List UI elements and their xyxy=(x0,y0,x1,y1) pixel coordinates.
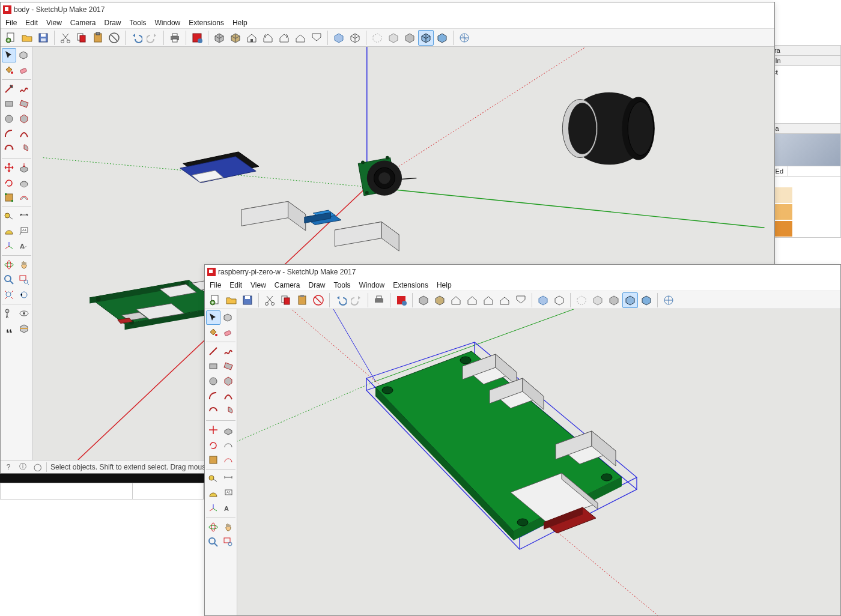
menu-extensions[interactable]: Extensions xyxy=(189,19,224,27)
dimension-tool-icon[interactable] xyxy=(221,471,235,486)
home-icon[interactable] xyxy=(448,292,464,308)
text-tool-icon[interactable]: A1 xyxy=(17,224,31,238)
paint-bucket-icon[interactable] xyxy=(206,325,220,340)
save-icon[interactable] xyxy=(35,30,51,46)
polygon-tool-icon[interactable] xyxy=(221,374,235,388)
pushpull-icon[interactable] xyxy=(221,423,235,437)
xray-icon[interactable] xyxy=(331,30,347,46)
zoom-icon[interactable] xyxy=(206,535,220,549)
pie-tool-icon[interactable] xyxy=(221,404,235,418)
rotated-rect-icon[interactable] xyxy=(17,97,31,111)
protractor-icon[interactable] xyxy=(2,224,16,238)
2pt-arc-icon[interactable] xyxy=(17,127,31,141)
titlebar[interactable]: body - SketchUp Make 2017 xyxy=(1,2,774,17)
component-icon[interactable] xyxy=(221,310,235,325)
tape-measure-icon[interactable] xyxy=(2,209,16,223)
rectangle-tool-icon[interactable] xyxy=(2,97,16,111)
pan-icon[interactable] xyxy=(221,520,235,534)
user-icon[interactable]: ◯ xyxy=(32,462,43,473)
menu-view[interactable]: View xyxy=(46,19,62,27)
menu-window[interactable]: Window xyxy=(359,281,385,289)
delete-icon[interactable] xyxy=(311,292,326,308)
tex-icon[interactable] xyxy=(434,30,450,46)
pushpull-icon[interactable] xyxy=(17,160,31,175)
circle-tool-icon[interactable] xyxy=(2,112,16,126)
protractor-icon[interactable] xyxy=(206,486,220,501)
section-plane-icon[interactable] xyxy=(17,321,31,336)
eraser-icon[interactable] xyxy=(17,63,31,77)
undo-icon[interactable] xyxy=(333,292,348,308)
freehand-tool-icon[interactable] xyxy=(221,344,235,358)
polygon-tool-icon[interactable] xyxy=(17,112,31,126)
copy-icon[interactable] xyxy=(278,292,294,308)
help-icon[interactable]: ? xyxy=(3,462,14,473)
menu-file[interactable]: File xyxy=(210,281,221,289)
home-down-icon[interactable] xyxy=(309,30,324,46)
followme-icon[interactable] xyxy=(17,175,31,190)
hidden-icon[interactable] xyxy=(369,30,385,46)
globe-icon[interactable] xyxy=(661,292,676,308)
offset-tool-icon[interactable] xyxy=(17,190,31,205)
zoom-extents-icon[interactable] xyxy=(2,288,16,302)
scale-tool-icon[interactable] xyxy=(206,453,220,467)
shaded-icon[interactable] xyxy=(416,292,431,308)
scale-tool-icon[interactable] xyxy=(2,190,16,205)
arc-tool-icon[interactable] xyxy=(2,127,16,141)
zoom-window-icon[interactable] xyxy=(221,535,235,549)
model-info-icon[interactable] xyxy=(189,30,205,46)
freehand-tool-icon[interactable] xyxy=(17,82,31,96)
tape-measure-icon[interactable] xyxy=(206,471,220,486)
pan-icon[interactable] xyxy=(17,258,31,272)
text-tool-icon[interactable]: A1 xyxy=(221,486,235,501)
menu-help[interactable]: Help xyxy=(232,19,247,27)
rotate-tool-icon[interactable] xyxy=(2,175,16,190)
followme-icon[interactable] xyxy=(221,438,235,452)
model-info-icon[interactable] xyxy=(393,292,409,308)
shaded-edges-icon[interactable] xyxy=(622,292,638,308)
globe-icon[interactable] xyxy=(457,30,472,46)
axes-tool-icon[interactable] xyxy=(206,501,220,516)
home-down-icon[interactable] xyxy=(513,292,529,308)
menu-view[interactable]: View xyxy=(250,281,266,289)
delete-icon[interactable] xyxy=(106,30,122,46)
copy-icon[interactable] xyxy=(74,30,90,46)
circle-tool-icon[interactable] xyxy=(206,374,220,388)
zoom-icon[interactable] xyxy=(2,273,16,287)
offset-tool-icon[interactable] xyxy=(221,453,235,467)
shaded2-icon[interactable] xyxy=(606,292,622,308)
eraser-icon[interactable] xyxy=(221,325,235,340)
open-file-icon[interactable] xyxy=(19,30,35,46)
axes-tool-icon[interactable] xyxy=(2,239,16,253)
xray-icon[interactable] xyxy=(535,292,551,308)
scene-fwd-icon[interactable] xyxy=(481,292,496,308)
menu-extensions[interactable]: Extensions xyxy=(393,281,428,289)
walk-icon[interactable] xyxy=(2,321,16,336)
3pt-arc-icon[interactable] xyxy=(206,404,220,418)
swatch[interactable] xyxy=(793,204,840,220)
home-up-icon[interactable] xyxy=(293,30,308,46)
undo-icon[interactable] xyxy=(129,30,144,46)
line-tool-icon[interactable] xyxy=(206,344,220,358)
wire-icon[interactable] xyxy=(347,30,363,46)
hidden-icon[interactable] xyxy=(574,292,589,308)
redo-icon[interactable] xyxy=(145,30,160,46)
pie-tool-icon[interactable] xyxy=(17,142,31,156)
menu-edit[interactable]: Edit xyxy=(229,281,242,289)
redo-icon[interactable] xyxy=(349,292,365,308)
dimension-tool-icon[interactable] xyxy=(17,209,31,223)
component-icon[interactable] xyxy=(17,48,31,62)
menu-draw[interactable]: Draw xyxy=(309,281,326,289)
cut-icon[interactable] xyxy=(262,292,278,308)
shaded2-icon[interactable] xyxy=(402,30,417,46)
3dtext-icon[interactable]: A xyxy=(221,501,235,516)
select-tool-icon[interactable] xyxy=(206,310,220,325)
look-around-icon[interactable] xyxy=(17,306,31,321)
3dtext-icon[interactable]: A xyxy=(17,239,31,253)
orbit-icon[interactable] xyxy=(2,258,16,272)
new-file-icon[interactable] xyxy=(207,292,223,308)
info-icon[interactable]: ⓘ xyxy=(17,462,28,473)
orbit-icon[interactable] xyxy=(206,520,220,534)
shaded-tex-icon[interactable] xyxy=(432,292,448,308)
cut-icon[interactable] xyxy=(58,30,73,46)
menu-help[interactable]: Help xyxy=(437,281,452,289)
